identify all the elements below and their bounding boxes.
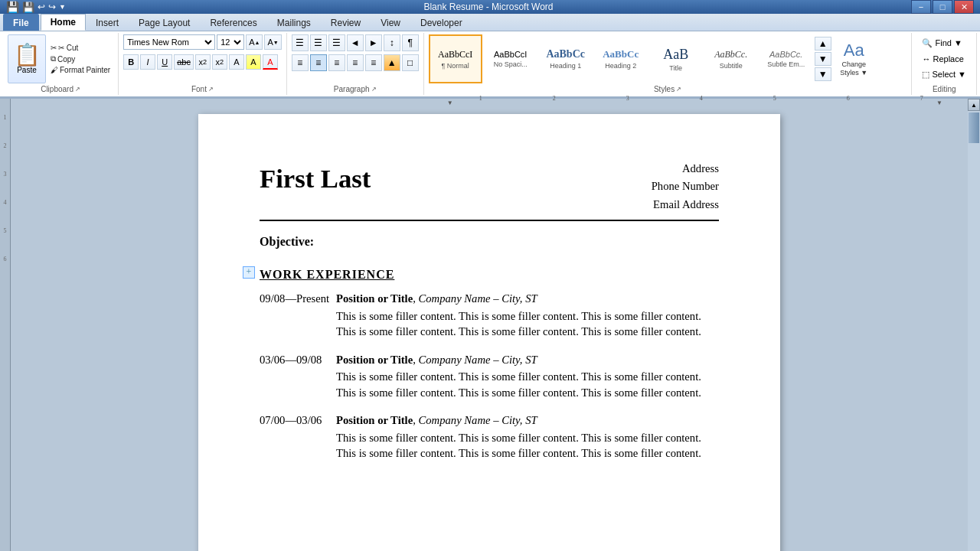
tab-view[interactable]: View (371, 14, 410, 31)
decrease-indent-button[interactable]: ◄ (347, 34, 364, 51)
font-expand-icon[interactable]: ↗ (208, 86, 214, 93)
styles-scroll-down[interactable]: ▼ (815, 52, 831, 66)
text-highlight-button[interactable]: A (246, 54, 261, 70)
document-page[interactable]: First Last Address Phone Number Email Ad… (198, 114, 780, 551)
strikethrough-button[interactable]: abc (174, 54, 194, 70)
tab-insert[interactable]: Insert (86, 14, 129, 31)
format-painter-button[interactable]: 🖌 Format Painter (47, 65, 113, 75)
shading-button[interactable]: ▲ (384, 54, 400, 71)
cut-button[interactable]: ✂ ✂ Cut (47, 43, 113, 53)
tab-home[interactable]: Home (41, 14, 86, 31)
justify-button[interactable]: ≡ (347, 54, 364, 71)
font-name-select[interactable]: Times New Rom (123, 34, 215, 50)
title-bar-left: 💾 💾 ↩ ↪ ▼ (6, 1, 66, 13)
style-no-spacing[interactable]: AaBbCcI No Spaci... (484, 34, 537, 83)
quick-dropdown[interactable]: ▼ (59, 3, 66, 11)
borders-button[interactable]: □ (402, 54, 419, 71)
style-heading2[interactable]: AaBbCc Heading 2 (594, 34, 648, 83)
tab-page-layout[interactable]: Page Layout (129, 14, 200, 31)
find-button[interactable]: 🔍 Find ▼ (916, 36, 972, 51)
work-title-3: Position or Title, Company Name – City, … (336, 412, 719, 429)
vertical-scrollbar[interactable]: ▲ ▼ (968, 99, 980, 551)
align-left-button[interactable]: ≡ (292, 54, 309, 71)
style-subtle-emphasis[interactable]: AaBbCc. Subtle Em... (760, 34, 813, 83)
numbering-button[interactable]: ☰ (310, 34, 327, 51)
tab-mailings[interactable]: Mailings (267, 14, 321, 31)
style-title[interactable]: AaB Title (649, 34, 703, 83)
work-dates-3: 07/00—03/06 (260, 412, 336, 461)
work-title-2: Position or Title, Company Name – City, … (336, 352, 719, 368)
bullets-button[interactable]: ☰ (292, 34, 309, 51)
work-description-3: This is some filler content. This is som… (336, 430, 719, 461)
font-format-row: B I U abc x2 x2 A A A (123, 54, 278, 70)
resume-header: First Last Address Phone Number Email Ad… (260, 160, 719, 221)
objective-label: Objective: (260, 235, 314, 248)
clear-format-button[interactable]: A (229, 54, 244, 70)
quick-undo[interactable]: ↩ (38, 2, 45, 12)
quick-redo[interactable]: ↪ (48, 2, 56, 12)
ruler-mark-1: 1 (479, 95, 482, 102)
style-subtitle[interactable]: AaBbCc. Subtitle (704, 34, 758, 83)
ruler: ▼ ▼ 1 2 3 4 5 6 7 (0, 98, 980, 99)
maximize-button[interactable]: □ (933, 0, 952, 14)
paste-button[interactable]: 📋 Paste (8, 34, 46, 83)
scroll-thumb[interactable] (969, 112, 979, 143)
multilevel-button[interactable]: ☰ (328, 34, 345, 51)
email-line: Email Address (652, 196, 719, 214)
paragraph-row1: ☰ ☰ ☰ ◄ ► ↕ ¶ (292, 34, 419, 51)
scroll-up-arrow[interactable]: ▲ (968, 99, 980, 111)
font-label: Font ↗ (123, 85, 282, 93)
phone-line: Phone Number (652, 178, 719, 195)
work-details-1: Position or Title, Company Name – City, … (336, 291, 719, 340)
line-spacing-button[interactable]: ≡ (365, 54, 382, 71)
font-group: Times New Rom 12 A▲ A▼ B I U abc x2 x2 A… (119, 33, 287, 95)
editing-buttons: 🔍 Find ▼ ↔ Replace ⬚ Select ▼ (916, 36, 972, 82)
minimize-button[interactable]: − (911, 0, 931, 14)
show-marks-button[interactable]: ¶ (402, 34, 419, 51)
grow-font-button[interactable]: A▲ (246, 34, 263, 50)
resume-name: First Last (260, 160, 371, 197)
styles-scroll-up[interactable]: ▲ (815, 37, 831, 51)
clipboard-expand-icon[interactable]: ↗ (75, 86, 80, 93)
ruler-mark-7: 7 (920, 95, 923, 102)
tab-file[interactable]: File (3, 14, 39, 31)
style-heading1[interactable]: AaBbCc Heading 1 (539, 34, 593, 83)
replace-button[interactable]: ↔ Replace (916, 52, 972, 66)
tab-developer[interactable]: Developer (410, 14, 472, 31)
tab-references[interactable]: References (200, 14, 266, 31)
ruler-mark-5: 5 (773, 95, 776, 102)
select-button[interactable]: ⬚ Select ▼ (916, 67, 972, 82)
italic-button[interactable]: I (140, 54, 155, 70)
align-center-button[interactable]: ≡ (310, 54, 327, 71)
copy-button[interactable]: ⧉ Copy (47, 54, 113, 64)
underline-button[interactable]: U (157, 54, 172, 70)
styles-more[interactable]: ▼ (815, 67, 831, 81)
tab-review[interactable]: Review (321, 14, 371, 31)
clipboard-group: 📋 Paste ✂ ✂ Cut ⧉ Copy 🖌 Format Painter … (3, 33, 119, 95)
change-styles-button[interactable]: Aa ChangeStyles ▼ (833, 34, 875, 83)
shrink-font-button[interactable]: A▼ (264, 34, 281, 50)
bold-button[interactable]: B (123, 54, 139, 70)
close-button[interactable]: ✕ (954, 0, 974, 14)
quick-save[interactable]: 💾 (22, 2, 34, 13)
paragraph-expand-icon[interactable]: ↗ (371, 86, 377, 93)
scroll-track[interactable] (968, 111, 980, 551)
subscript-button[interactable]: x2 (195, 54, 211, 70)
paste-label: Paste (17, 66, 37, 74)
objective-section: Objective: (260, 233, 719, 250)
align-right-button[interactable]: ≡ (328, 54, 345, 71)
superscript-button[interactable]: x2 (212, 54, 227, 70)
doc-main-area: 1 2 3 4 5 6 First Last Address Phone Num… (0, 99, 980, 551)
increase-indent-button[interactable]: ► (365, 34, 382, 51)
clipboard-small-btns: ✂ ✂ Cut ⧉ Copy 🖌 Format Painter (47, 43, 113, 75)
style-normal[interactable]: AaBbCcI ¶ Normal (429, 34, 482, 83)
paragraph-group: ☰ ☰ ☰ ◄ ► ↕ ¶ ≡ ≡ ≡ ≡ ≡ ▲ □ Paragraph ↗ (287, 33, 424, 95)
font-color-button[interactable]: A (263, 54, 278, 70)
work-description-1: This is some filler content. This is som… (336, 308, 719, 340)
address-line: Address (652, 160, 719, 178)
editing-group: 🔍 Find ▼ ↔ Replace ⬚ Select ▼ Editing (912, 33, 977, 95)
styles-expand-icon[interactable]: ↗ (676, 86, 681, 93)
section-handle[interactable]: + (243, 266, 255, 279)
sort-button[interactable]: ↕ (384, 34, 400, 51)
font-size-select[interactable]: 12 (217, 34, 244, 50)
